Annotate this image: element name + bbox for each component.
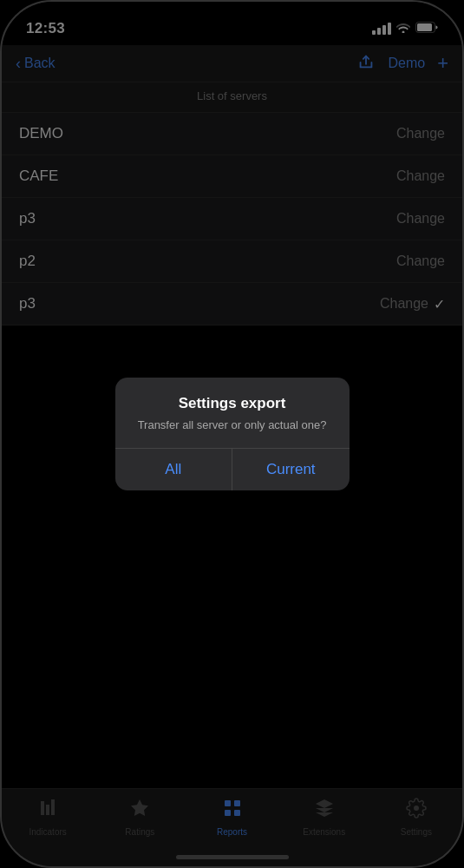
dialog-content: Settings export Transfer all server or o… bbox=[115, 378, 350, 447]
phone-inner: 12:53 bbox=[2, 2, 462, 866]
dialog-buttons: All Current bbox=[115, 448, 350, 490]
current-button[interactable]: Current bbox=[232, 449, 350, 490]
dialog-title: Settings export bbox=[129, 395, 336, 412]
dialog-subtitle: Transfer all server or only actual one? bbox=[129, 418, 336, 433]
dialog-box: Settings export Transfer all server or o… bbox=[115, 378, 350, 490]
dialog-overlay: Settings export Transfer all server or o… bbox=[2, 2, 462, 866]
all-button[interactable]: All bbox=[115, 449, 233, 490]
phone-frame: 12:53 bbox=[0, 0, 464, 868]
